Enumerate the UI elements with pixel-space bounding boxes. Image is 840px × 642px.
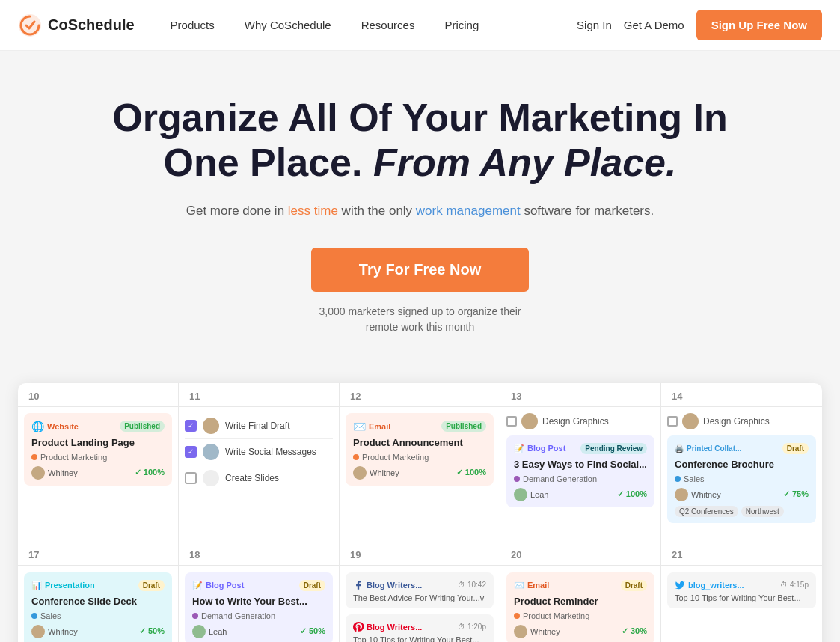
card-title-collat: Conference Brochure	[675, 459, 809, 471]
day-number-17: 17	[18, 542, 178, 566]
card-email[interactable]: ✉️ Email Published Product Announcement …	[346, 413, 494, 486]
try-free-button[interactable]: Try For Free Now	[311, 248, 529, 292]
card-title: Product Landing Page	[31, 437, 165, 450]
day-number-19: 19	[340, 542, 500, 566]
signin-link[interactable]: Sign In	[577, 19, 612, 31]
cal-col-12: 12 ✉️ Email Published Product Announceme…	[340, 383, 500, 542]
get-demo-link[interactable]: Get A Demo	[624, 19, 684, 31]
hero-subtitle: Get more done in less time with the only…	[30, 201, 810, 221]
percent-pres: ✓ 50%	[139, 626, 165, 636]
task-design-graphics-14[interactable]: Design Graphics	[667, 413, 816, 429]
cal-col-17: 17 📊 Presentation Draft Conference Slide…	[18, 542, 179, 642]
card-blog-18[interactable]: 📝 Blog Post Draft How to Write Your Best…	[185, 572, 333, 642]
card-type-presentation: 📊 Presentation	[31, 581, 95, 590]
card-website[interactable]: 🌐 Website Published Product Landing Page…	[24, 413, 172, 486]
day-number-10: 10	[18, 383, 178, 407]
card-category-pres: Sales	[31, 611, 165, 620]
cal-col-20: 20 ✉️ Email Draft Product Reminder Produ…	[500, 542, 661, 642]
logo-text: CoSchedule	[48, 16, 135, 34]
card-type-email-20: ✉️ Email	[514, 581, 549, 590]
hero-title: Organize All Of Your Marketing In One Pl…	[30, 96, 810, 186]
checkbox-2[interactable]: ✓	[185, 446, 197, 458]
time-badge-pin: ⏱ 1:20p	[458, 623, 486, 631]
percent-collat: ✓ 75%	[783, 489, 809, 499]
logo[interactable]: CoSchedule	[18, 13, 135, 37]
signup-button[interactable]: Sign Up Free Now	[696, 10, 822, 40]
day-number-13: 13	[500, 383, 660, 407]
badge-draft-collat: Draft	[782, 443, 809, 454]
percent-email: ✓ 100%	[456, 468, 486, 477]
day-number-21: 21	[661, 542, 822, 566]
tag-nw: Northwest	[741, 506, 784, 517]
nav-right: Sign In Get A Demo Sign Up Free Now	[577, 10, 822, 40]
percent: ✓ 100%	[135, 468, 165, 477]
card-title-blog: 3 Easy Ways to Find Social...	[514, 459, 647, 471]
cal-col-14: 14 Design Graphics 🖨️ Printed Collat... …	[661, 383, 822, 542]
calendar-row-2: 17 📊 Presentation Draft Conference Slide…	[18, 542, 822, 642]
badge-published: Published	[120, 421, 165, 432]
card-social-fb-19[interactable]: Blog Writers... ⏱ 10:42 The Best Advice …	[346, 572, 494, 608]
card-title-email: Product Announcement	[353, 437, 486, 450]
checklist-label-2: Write Social Messages	[225, 447, 316, 457]
nav-products[interactable]: Products	[159, 13, 227, 37]
card-type-blog-18: 📝 Blog Post	[192, 581, 244, 590]
day-number-12: 12	[340, 383, 500, 407]
nav-resources[interactable]: Resources	[349, 13, 427, 37]
day-number-20: 20	[500, 542, 660, 566]
time-badge-21: ⏱ 4:15p	[780, 581, 809, 589]
card-category-blog: Demand Generation	[514, 474, 647, 483]
checklist-label-1: Write Final Draft	[225, 421, 289, 431]
card-email-20[interactable]: ✉️ Email Draft Product Reminder Product …	[506, 572, 654, 642]
checklist-item-2[interactable]: ✓ Write Social Messages	[185, 439, 333, 465]
cal-col-11: 11 ✓ Write Final Draft ✓ Write Social Me…	[179, 383, 340, 542]
task-checkbox-14[interactable]	[667, 416, 678, 427]
task-label: Design Graphics	[542, 416, 609, 427]
card-collat[interactable]: 🖨️ Printed Collat... Draft Conference Br…	[667, 435, 816, 523]
card-title-email20: Product Reminder	[514, 596, 647, 608]
card-presentation[interactable]: 📊 Presentation Draft Conference Slide De…	[24, 572, 172, 642]
percent-email20: ✓ 30%	[622, 626, 647, 636]
card-title-blog18: How to Write Your Best...	[192, 596, 325, 608]
tag-q2: Q2 Conferences	[675, 506, 738, 517]
calendar-row-1: 10 🌐 Website Published Product Landing P…	[18, 383, 822, 542]
checklist-item-1[interactable]: ✓ Write Final Draft	[185, 413, 333, 439]
cal-col-18: 18 📝 Blog Post Draft How to Write Your B…	[179, 542, 340, 642]
badge-draft-blog18: Draft	[299, 580, 325, 591]
calendar-preview: 10 🌐 Website Published Product Landing P…	[18, 383, 822, 642]
card-type-blog: 📝 Blog Post	[514, 444, 565, 453]
card-category-blog18: Demand Generation	[192, 611, 325, 620]
nav-why[interactable]: Why CoSchedule	[233, 13, 343, 37]
task-checkbox[interactable]	[506, 416, 517, 427]
card-social-twitter-21[interactable]: blog_writers... ⏱ 4:15p Top 10 Tips for …	[667, 572, 816, 608]
percent-blog: ✓ 100%	[617, 489, 647, 499]
card-category: Product Marketing	[31, 453, 165, 462]
card-social-pinterest-19[interactable]: Blog Writers... ⏱ 1:20p Top 10 Tips for …	[346, 614, 494, 642]
cal-col-21: 21 blog_writers... ⏱ 4:15p Top 10 Tips f…	[661, 542, 822, 642]
badge-published-email: Published	[441, 421, 486, 432]
social-text-21: Top 10 Tips for Writing Your Best...	[675, 593, 809, 602]
checkbox-3[interactable]	[185, 472, 197, 484]
card-category-collat: Sales	[675, 474, 809, 483]
card-type-website: 🌐 Website	[31, 421, 79, 432]
card-blog-13[interactable]: 📝 Blog Post Pending Review 3 Easy Ways t…	[506, 435, 654, 507]
badge-draft-pres: Draft	[138, 580, 165, 591]
card-category-email20: Product Marketing	[514, 611, 647, 620]
card-category-email: Product Marketing	[353, 453, 486, 462]
tags-collat: Q2 Conferences Northwest	[675, 506, 809, 517]
checklist-label-3: Create Slides	[225, 473, 279, 483]
cal-col-19: 19 Blog Writers... ⏱ 10:42 The Best Advi…	[340, 542, 500, 642]
task-design-graphics-13[interactable]: Design Graphics	[506, 413, 654, 429]
checkbox-1[interactable]: ✓	[185, 420, 197, 432]
social-proof-text: 3,000 marketers signed up to organize th…	[30, 304, 810, 335]
card-title-pres: Conference Slide Deck	[31, 596, 165, 608]
social-text-pin: Top 10 Tips for Writing Your Best...	[353, 635, 486, 642]
task-label-14: Design Graphics	[703, 416, 770, 427]
nav-links: Products Why CoSchedule Resources Pricin…	[159, 13, 577, 37]
checklist-item-3[interactable]: Create Slides	[185, 465, 333, 491]
percent-blog18: ✓ 50%	[300, 626, 325, 636]
nav-pricing[interactable]: Pricing	[432, 13, 491, 37]
card-type-collat: 🖨️ Printed Collat...	[675, 444, 741, 453]
day-number-11: 11	[179, 383, 339, 407]
day-number-14: 14	[661, 383, 822, 407]
time-badge-fb: ⏱ 10:42	[458, 581, 486, 589]
